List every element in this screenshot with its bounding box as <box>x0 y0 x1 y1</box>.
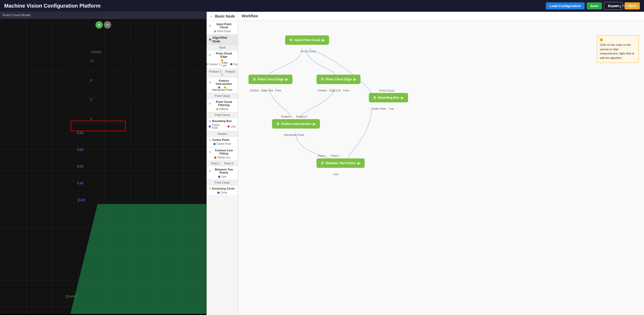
wf-port-between-out: Line <box>334 173 338 176</box>
running-time: Running Time: 91ms <box>609 0 640 12</box>
wf-node-feature-intersection[interactable]: ⚙ Feature Intersection ▶ <box>272 119 320 129</box>
section-label: Section <box>207 131 238 137</box>
header: Machine Vision Configuration Platform Lo… <box>0 0 644 12</box>
node-item-bounding-box[interactable]: ⚙ Bounding Box Center Point Line <box>207 118 238 131</box>
pc-label3: Point Cloud <box>207 180 238 185</box>
input-label: Input <box>207 45 238 50</box>
app-title: Machine Vision Configuration Platform <box>4 3 546 9</box>
wf-node-arrow-input: ▶ <box>322 38 325 42</box>
wf-port-feature-in: Feature 1 Feature 2 <box>281 115 307 118</box>
sidebar-title: Basic Node <box>215 14 235 18</box>
pc-label: Point Cloud <box>207 93 238 99</box>
wf-label-point-cloud: Point Cloud <box>301 50 316 53</box>
workflow-header: Workflow <box>238 12 644 20</box>
y-values: 12 9 6 3 <box>90 59 94 121</box>
info-overlay: Click on the node on the canvas to start… <box>597 35 639 63</box>
pc-label2: Point Cloud <box>207 112 238 118</box>
node-item-input-point-cloud[interactable]: ⚙ Input Point Cloud Point Cloud <box>207 21 238 35</box>
workflow-canvas[interactable]: Workflow <box>238 12 644 315</box>
node-item-enclosing-circle[interactable]: ⚙ Enclosing Circle Circle <box>207 185 238 196</box>
info-text: Click on the node on the canvas to start… <box>600 43 634 59</box>
save-button[interactable]: Save <box>587 2 602 9</box>
zoom-out-button[interactable]: − <box>104 21 111 29</box>
node-item-center-point[interactable]: ⚙ Center Point Center Point <box>207 137 238 147</box>
sidebar-header: ← Basic Node <box>207 12 238 21</box>
main: Point Cloud Model <box>0 12 644 315</box>
node-item-point-cloud-edge[interactable]: ⚙ Point Cloud Edge Contour Edge Line <box>207 50 238 69</box>
wf-port-edge2: Contour Edge Line Face <box>318 89 349 92</box>
red-bounding-box <box>71 121 126 131</box>
panel-title: Point Cloud Model <box>0 12 206 19</box>
load-config-button[interactable]: Load Configuration <box>546 2 585 9</box>
wf-node-bounding-box[interactable]: ⚙ Bounding Box ▶ <box>369 93 408 102</box>
node-item-feature-intersection[interactable]: ⚙ Feature Intersection Intersection Poin… <box>207 78 238 93</box>
node-label-input-point-cloud: Input Point Cloud <box>212 23 236 29</box>
wf-port-between-in: Point 1 Point 2 <box>318 154 339 157</box>
canvas-area[interactable]: + − Y(m/m) 12 9 6 3 0.00 5.00 0.00 0.00 … <box>0 19 206 314</box>
wf-port-bbox: Center Point Line <box>371 107 394 110</box>
feature-label: Feature 1 Feature 2 <box>207 69 238 78</box>
zoom-in-button[interactable]: + <box>95 21 103 29</box>
zoom-controls: + − <box>95 21 111 29</box>
wf-node-between-two-points[interactable]: ⚙ Between Two Points ▶ <box>317 158 365 168</box>
right-panel: ← Basic Node ⚙ Input Point Cloud Point C… <box>207 12 644 315</box>
wf-canvas-area: ⚙ Input Point Cloud ▶ Point Cloud ⚙ Poin… <box>238 22 644 315</box>
port-dot-orange <box>214 30 216 32</box>
node-sidebar: ← Basic Node ⚙ Input Point Cloud Point C… <box>207 12 238 315</box>
wf-port-feature-out: Intersection Point <box>284 134 304 136</box>
left-panel: Point Cloud Model <box>0 12 207 315</box>
connections-svg <box>238 22 644 315</box>
wf-port-edge1: Contour Edge Line Face <box>250 89 281 92</box>
node-item-point-cloud-filtering[interactable]: ⚙ Point Cloud Filtering Filtered <box>207 99 238 112</box>
x-axis-label: Z(m/m) <box>65 294 76 298</box>
wf-node-gear-input: ⚙ <box>289 38 293 42</box>
port-row: Point Cloud <box>209 30 236 33</box>
blue-measurements: 0.00 5.00 0.00 0.00 13.00 <box>77 131 85 202</box>
port-row-edge-out: Contour Edge Line Face <box>209 61 236 67</box>
port-row-edge-in <box>209 59 236 61</box>
node-item-contour-line-fitting[interactable]: ⚙ Contour-Line Fitting Fitting Line <box>207 147 238 161</box>
y-axis-label: Y(m/m) <box>90 50 101 54</box>
wf-node-input-point-cloud[interactable]: ⚙ Input Point Cloud ▶ <box>285 35 329 45</box>
info-dot <box>600 38 603 41</box>
node-section-algorithm: ⊖ Algorithm Node <box>207 35 238 45</box>
wf-node-edge1[interactable]: ⚙ Point Cloud Edge ▶ <box>248 75 292 84</box>
wf-label-pc-bbox: Point Cloud <box>379 89 394 92</box>
wf-node-edge2[interactable]: ⚙ Point Cloud Edge ▶ <box>317 75 360 84</box>
node-item-between-two-points[interactable]: ⚙ Between Two Points Line <box>207 166 238 180</box>
point-labels: Point 1 Point 2 <box>207 161 238 166</box>
sidebar-back-button[interactable]: ← <box>209 14 213 19</box>
